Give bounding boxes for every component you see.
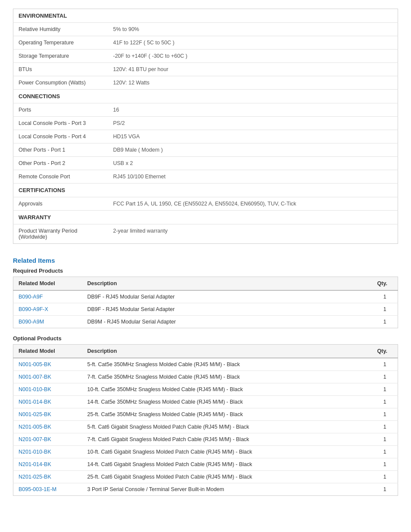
spec-label: Local Console Ports - Port 3 (13, 117, 108, 130)
related-qty-cell: 1 (372, 421, 398, 433)
spec-value: RJ45 10/100 Ethernet (108, 170, 398, 184)
related-qty-cell: 1 (372, 396, 398, 408)
related-description-cell: 5-ft. Cat6 Gigabit Snagless Molded Patch… (82, 421, 372, 433)
related-table-row: N001-007-BK7-ft. Cat5e 350MHz Snagless M… (13, 371, 398, 383)
related-table-row: B090-A9F-XDB9F - RJ45 Modular Serial Ada… (13, 303, 398, 316)
products-section-label: Required Products (13, 268, 398, 274)
related-description-cell: DB9F - RJ45 Modular Serial Adapter (82, 303, 372, 316)
related-table-row: N001-014-BK14-ft. Cat5e 350MHz Snagless … (13, 396, 398, 408)
spec-row: Operating Temperature41F to 122F ( 5C to… (13, 36, 398, 50)
related-table-row: N201-007-BK7-ft. Cat6 Gigabit Snagless M… (13, 433, 398, 446)
model-link[interactable]: N201-005-BK (19, 424, 51, 430)
related-model-cell: N201-025-BK (13, 471, 82, 483)
section-header-label: WARRANTY (13, 211, 398, 224)
model-link[interactable]: N001-014-BK (19, 399, 51, 405)
spec-row: Other Ports - Port 2USB x 2 (13, 157, 398, 170)
section-header-label: ENVIRONMENTAL (13, 9, 398, 23)
section-header-label: CERTIFICATIONS (13, 184, 398, 197)
spec-label: Local Console Ports - Port 4 (13, 130, 108, 143)
col-header-description: Description (82, 277, 372, 291)
related-model-cell: N001-014-BK (13, 396, 82, 408)
spec-label: Remote Console Port (13, 170, 108, 184)
model-link[interactable]: N201-007-BK (19, 436, 51, 442)
spec-row: Relative Humidity5% to 90% (13, 23, 398, 36)
spec-value: 120V: 12 Watts (108, 76, 398, 90)
related-qty-cell: 1 (372, 358, 398, 371)
related-table-row: N201-010-BK10-ft. Cat6 Gigabit Snagless … (13, 446, 398, 458)
related-table-row: N001-025-BK25-ft. Cat5e 350MHz Snagless … (13, 408, 398, 421)
related-items-title: Related Items (13, 257, 398, 264)
products-section-label: Optional Products (13, 335, 398, 342)
related-description-cell: 7-ft. Cat6 Gigabit Snagless Molded Patch… (82, 433, 372, 446)
spec-value: -20F to +140F ( -30C to +60C ) (108, 50, 398, 63)
related-table-row: N001-010-BK10-ft. Cat5e 350MHz Snagless … (13, 383, 398, 396)
spec-row: Other Ports - Port 1DB9 Male ( Modem ) (13, 143, 398, 157)
model-link[interactable]: B095-003-1E-M (19, 486, 56, 492)
model-link[interactable]: N001-007-BK (19, 374, 51, 380)
related-description-cell: DB9F - RJ45 Modular Serial Adapter (82, 290, 372, 303)
spec-row: Ports16 (13, 103, 398, 117)
model-link[interactable]: N201-010-BK (19, 449, 51, 455)
related-qty-cell: 1 (372, 383, 398, 396)
col-header-qty: Qty. (372, 345, 398, 358)
section-header-row: WARRANTY (13, 211, 398, 224)
related-description-cell: 14-ft. Cat6 Gigabit Snagless Molded Patc… (82, 458, 372, 471)
model-link[interactable]: N201-025-BK (19, 474, 51, 480)
related-qty-cell: 1 (372, 371, 398, 383)
related-qty-cell: 1 (372, 471, 398, 483)
related-products-table: Related ModelDescriptionQty.B090-A9FDB9F… (13, 277, 398, 328)
spec-value: 2-year limited warranty (108, 224, 398, 244)
related-products-table: Related ModelDescriptionQty.N001-005-BK5… (13, 344, 398, 496)
model-link[interactable]: B090-A9F-X (19, 306, 48, 312)
related-description-cell: DB9M - RJ45 Modular Serial Adapter (82, 316, 372, 328)
related-table-row: B090-A9FDB9F - RJ45 Modular Serial Adapt… (13, 290, 398, 303)
related-table-row: B095-003-1E-M3 Port IP Serial Console / … (13, 483, 398, 496)
related-model-cell: B090-A9M (13, 316, 82, 328)
model-link[interactable]: B090-A9F (19, 294, 43, 300)
related-items-section: Related ItemsRequired ProductsRelated Mo… (13, 257, 398, 496)
spec-value: DB9 Male ( Modem ) (108, 143, 398, 157)
related-qty-cell: 1 (372, 483, 398, 496)
model-link[interactable]: N001-005-BK (19, 361, 51, 367)
col-header-model: Related Model (13, 277, 82, 291)
related-model-cell: N201-010-BK (13, 446, 82, 458)
related-qty-cell: 1 (372, 433, 398, 446)
related-qty-cell: 1 (372, 303, 398, 316)
related-table-header-row: Related ModelDescriptionQty. (13, 277, 398, 291)
related-table-row: N201-025-BK25-ft. Cat6 Gigabit Snagless … (13, 471, 398, 483)
spec-label: Storage Temperature (13, 50, 108, 63)
model-link[interactable]: N001-025-BK (19, 411, 51, 417)
related-description-cell: 5-ft. Cat5e 350MHz Snagless Molded Cable… (82, 358, 372, 371)
spec-row: Storage Temperature-20F to +140F ( -30C … (13, 50, 398, 63)
spec-label: Product Warranty Period (Worldwide) (13, 224, 108, 244)
related-description-cell: 3 Port IP Serial Console / Terminal Serv… (82, 483, 372, 496)
spec-label: Other Ports - Port 1 (13, 143, 108, 157)
spec-label: Other Ports - Port 2 (13, 157, 108, 170)
model-link[interactable]: N201-014-BK (19, 461, 51, 467)
related-model-cell: N201-005-BK (13, 421, 82, 433)
related-model-cell: B090-A9F (13, 290, 82, 303)
spec-row: Remote Console PortRJ45 10/100 Ethernet (13, 170, 398, 184)
section-header-label: CONNECTIONS (13, 90, 398, 103)
related-model-cell: B090-A9F-X (13, 303, 82, 316)
related-model-cell: N001-005-BK (13, 358, 82, 371)
model-link[interactable]: N001-010-BK (19, 386, 51, 392)
spec-row: Local Console Ports - Port 4HD15 VGA (13, 130, 398, 143)
spec-row: ApprovalsFCC Part 15 A, UL 1950, CE (EN5… (13, 197, 398, 211)
related-qty-cell: 1 (372, 290, 398, 303)
model-link[interactable]: B090-A9M (19, 319, 44, 325)
related-table-row: B090-A9MDB9M - RJ45 Modular Serial Adapt… (13, 316, 398, 328)
spec-label: Power Consumption (Watts) (13, 76, 108, 90)
spec-row: Power Consumption (Watts)120V: 12 Watts (13, 76, 398, 90)
related-description-cell: 14-ft. Cat5e 350MHz Snagless Molded Cabl… (82, 396, 372, 408)
related-description-cell: 10-ft. Cat5e 350MHz Snagless Molded Cabl… (82, 383, 372, 396)
spec-value: 5% to 90% (108, 23, 398, 36)
spec-value: 41F to 122F ( 5C to 50C ) (108, 36, 398, 50)
spec-label: BTUs (13, 63, 108, 76)
spec-value: PS/2 (108, 117, 398, 130)
spec-value: HD15 VGA (108, 130, 398, 143)
related-model-cell: N001-010-BK (13, 383, 82, 396)
related-table-row: N201-014-BK14-ft. Cat6 Gigabit Snagless … (13, 458, 398, 471)
related-qty-cell: 1 (372, 408, 398, 421)
related-table-row: N001-005-BK5-ft. Cat5e 350MHz Snagless M… (13, 358, 398, 371)
